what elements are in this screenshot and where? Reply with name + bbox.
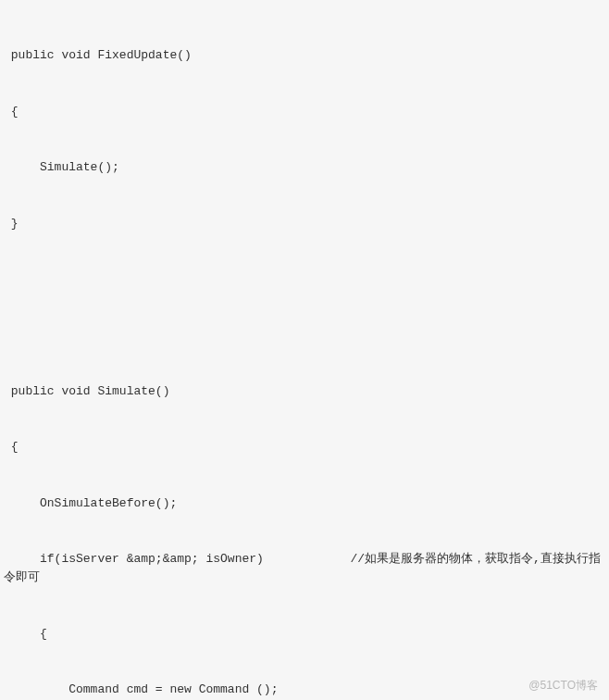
code-line: OnSimulateBefore(); <box>4 494 605 513</box>
code-line: if(isServer &amp;&amp; isOwner) //如果是服务器… <box>4 550 605 587</box>
code-line: { <box>4 625 605 644</box>
code-line: { <box>4 103 605 121</box>
code-line: Simulate(); <box>4 158 605 177</box>
code-line: public void FixedUpdate() <box>4 46 605 65</box>
code-line: { <box>4 438 605 456</box>
code-block: public void FixedUpdate() { Simulate(); … <box>4 9 605 700</box>
code-line <box>4 326 605 344</box>
code-line <box>4 270 605 289</box>
code-line: } <box>4 215 605 233</box>
code-line: Command cmd = new Command (); <box>4 681 605 699</box>
watermark: @51CTO博客 <box>528 677 598 694</box>
code-line: public void Simulate() <box>4 382 605 401</box>
